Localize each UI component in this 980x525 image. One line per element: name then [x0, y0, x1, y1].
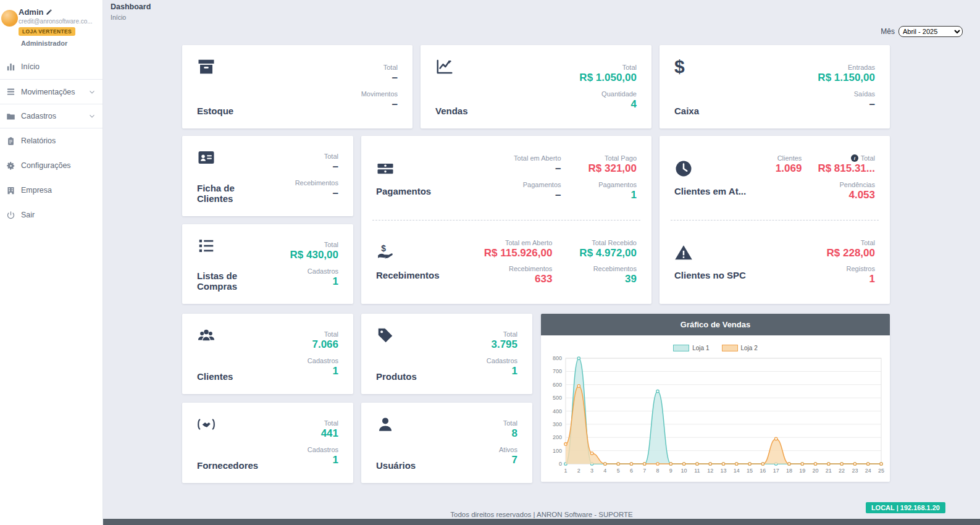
- sidebar-item-label: Cadastros: [21, 112, 56, 120]
- card-title: Recebimentos: [376, 270, 440, 280]
- sidebar-item-relatorios[interactable]: Relatórios: [0, 128, 103, 153]
- clock-icon: [674, 159, 693, 178]
- svg-text:2: 2: [577, 468, 580, 474]
- stat: Cadastros 1: [308, 267, 338, 288]
- chevron-down-icon: [88, 112, 96, 120]
- stat: Cadastros 1: [308, 357, 338, 377]
- stat: Recebimentos 39: [593, 265, 637, 285]
- svg-text:20: 20: [813, 468, 819, 474]
- sidebar-item-empresa[interactable]: Empresa: [0, 178, 103, 203]
- card-title: Usuários: [376, 460, 416, 471]
- stat: i Total R$ 815.31...: [818, 154, 875, 175]
- sidebar-menu: Início Movimentações Cadastros: [0, 54, 103, 227]
- stat: Entradas R$ 1.150,00: [818, 64, 875, 84]
- archive-box-icon: [197, 57, 216, 76]
- stat: Total R$ 1.050,00: [579, 64, 637, 84]
- list-lines-icon: [6, 87, 15, 96]
- sales-chart-panel: Gráfico de Vendas Loja 1 Loja 2 01002003…: [541, 314, 890, 482]
- legend-swatch-loja1: [673, 345, 689, 351]
- sidebar-item-label: Sair: [21, 211, 35, 219]
- card-produtos: Produtos Total 3.795 Cadastros 1: [361, 314, 532, 394]
- handshake-icon: [197, 415, 216, 434]
- svg-text:11: 11: [694, 468, 700, 474]
- svg-text:17: 17: [773, 468, 779, 474]
- sales-chart-svg: 0100200300400500600700800123456789101112…: [545, 355, 886, 477]
- avatar: [1, 10, 18, 27]
- user-name-row: Admin: [19, 7, 98, 17]
- sidebar-item-label: Início: [21, 62, 40, 71]
- sidebar-item-label: Configurações: [21, 161, 71, 170]
- svg-text:19: 19: [799, 468, 805, 474]
- chart-title: Gráfico de Vendas: [541, 314, 890, 335]
- svg-text:21: 21: [826, 468, 832, 474]
- card-title: Pagamentos: [376, 186, 431, 196]
- sidebar-item-inicio[interactable]: Início: [0, 54, 103, 79]
- clientes-spc-section: Clientes no SPC Total R$ 228,00 Registro…: [660, 220, 890, 304]
- svg-text:100: 100: [553, 448, 562, 454]
- stat: Total em Aberto R$ 115.926,00: [484, 239, 553, 259]
- svg-text:1: 1: [564, 468, 567, 474]
- stat: Recebimentos –: [295, 179, 338, 200]
- card-estoque: Estoque Total – Movimentos –: [182, 45, 413, 128]
- stat: Total em Aberto –: [514, 154, 561, 175]
- svg-text:8: 8: [656, 468, 660, 474]
- stat: Pendências 4.053: [840, 181, 876, 201]
- legend-item[interactable]: Loja 1: [673, 345, 709, 351]
- svg-text:600: 600: [553, 382, 562, 388]
- svg-text:7: 7: [643, 468, 646, 474]
- chart-line-icon: [435, 57, 454, 76]
- stat: Total R$ 228,00: [827, 239, 875, 259]
- stat: Total 8: [503, 419, 517, 440]
- card-pagamentos-recebimentos: Pagamentos Total em Aberto – Pagamentos …: [361, 136, 651, 304]
- month-filter: Mês Abril - 2025: [881, 26, 963, 37]
- recebimentos-section: $ Recebimentos Total em Aberto R$ 115.92…: [361, 220, 651, 304]
- sidebar-item-configuracoes[interactable]: Configurações: [0, 153, 103, 178]
- stat: Clientes 1.069: [776, 154, 802, 175]
- svg-text:24: 24: [865, 468, 871, 474]
- card-fornecedores: Fornecedores Total 441 Cadastros 1: [182, 403, 353, 483]
- stat: Ativos 7: [499, 446, 517, 466]
- chart-body: Loja 1 Loja 2 01002003004005006007008001…: [541, 335, 890, 482]
- edit-pencil-icon[interactable]: [46, 9, 52, 15]
- bottom-bar: [103, 519, 980, 525]
- chevron-down-icon: [88, 88, 96, 96]
- sidebar-item-label: Relatórios: [21, 136, 56, 145]
- svg-text:5: 5: [617, 468, 620, 474]
- card-title: Clientes em At...: [674, 186, 746, 196]
- svg-text:15: 15: [747, 468, 753, 474]
- hand-dollar-icon: $: [376, 243, 395, 262]
- svg-text:25: 25: [878, 468, 884, 474]
- svg-text:14: 14: [734, 468, 740, 474]
- svg-text:6: 6: [630, 468, 633, 474]
- stat: Total 7.066: [312, 330, 338, 351]
- sidebar-item-cadastros[interactable]: Cadastros: [0, 104, 103, 128]
- columns-icon: [6, 62, 15, 72]
- svg-text:18: 18: [786, 468, 792, 474]
- card-ficha-clientes: Ficha de Clientes Total – Recebimentos –: [182, 136, 353, 216]
- svg-text:10: 10: [681, 468, 687, 474]
- info-icon[interactable]: i: [851, 154, 858, 162]
- clientes-atraso-section: Clientes em At... Clientes 1.069 i Total…: [660, 136, 890, 220]
- stat: Total R$ 430,00: [290, 241, 338, 261]
- sidebar-item-label: Empresa: [21, 186, 52, 195]
- breadcrumb[interactable]: Início: [111, 14, 151, 21]
- card-title: Fornecedores: [197, 460, 258, 471]
- tag-icon: [376, 326, 395, 345]
- stat: Cadastros 1: [487, 357, 517, 377]
- card-clientes-atraso-spc: Clientes em At... Clientes 1.069 i Total…: [660, 136, 890, 304]
- stat: Quantidade 4: [601, 90, 637, 111]
- stat: Saídas –: [854, 90, 875, 111]
- svg-text:300: 300: [553, 421, 562, 427]
- card-clientes: Clientes Total 7.066 Cadastros 1: [182, 314, 353, 394]
- page-head: Dashboard Início: [111, 2, 151, 21]
- card-title: Vendas: [435, 106, 468, 116]
- pagamentos-section: Pagamentos Total em Aberto – Pagamentos …: [361, 136, 651, 220]
- app-root: Admin credit@anronsoftware.co... LOJA VE…: [0, 0, 980, 525]
- main-content: Dashboard Início Mês Abril - 2025 Estoqu…: [103, 0, 980, 525]
- sidebar-item-label: Movimentações: [21, 88, 75, 96]
- sidebar-item-movimentacoes[interactable]: Movimentações: [0, 79, 103, 104]
- sidebar-item-sair[interactable]: Sair: [0, 203, 103, 227]
- stat: Movimentos –: [361, 90, 398, 111]
- legend-item[interactable]: Loja 2: [722, 345, 758, 351]
- month-select[interactable]: Abril - 2025: [898, 26, 963, 37]
